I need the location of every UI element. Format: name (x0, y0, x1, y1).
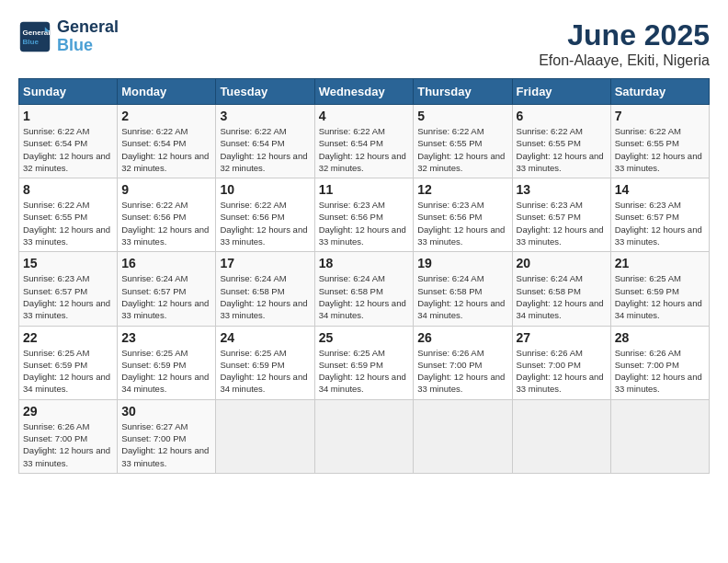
calendar-cell: 21Sunrise: 6:25 AM Sunset: 6:59 PM Dayli… (610, 252, 709, 326)
day-number: 22 (23, 330, 113, 345)
calendar-header-row: SundayMondayTuesdayWednesdayThursdayFrid… (19, 79, 710, 105)
day-info: Sunrise: 6:24 AM Sunset: 6:58 PM Dayligh… (417, 272, 507, 321)
day-number: 17 (220, 256, 310, 270)
calendar-cell: 25Sunrise: 6:25 AM Sunset: 6:59 PM Dayli… (314, 326, 414, 399)
day-number: 19 (417, 256, 507, 270)
calendar-week-row: 1Sunrise: 6:22 AM Sunset: 6:54 PM Daylig… (19, 105, 710, 178)
day-number: 25 (319, 330, 410, 345)
day-number: 3 (220, 109, 310, 123)
day-info: Sunrise: 6:26 AM Sunset: 7:00 PM Dayligh… (517, 347, 607, 396)
logo: General Blue GeneralBlue (18, 18, 119, 55)
day-info: Sunrise: 6:25 AM Sunset: 6:59 PM Dayligh… (121, 347, 211, 396)
day-info: Sunrise: 6:24 AM Sunset: 6:58 PM Dayligh… (220, 272, 310, 321)
calendar-cell: 13Sunrise: 6:23 AM Sunset: 6:57 PM Dayli… (512, 178, 610, 252)
day-number: 18 (319, 256, 410, 270)
day-info: Sunrise: 6:24 AM Sunset: 6:58 PM Dayligh… (517, 272, 607, 321)
calendar-cell (610, 399, 709, 473)
calendar-cell: 19Sunrise: 6:24 AM Sunset: 6:58 PM Dayli… (414, 252, 512, 326)
day-number: 27 (517, 330, 607, 345)
day-number: 7 (615, 109, 705, 123)
calendar-cell: 8Sunrise: 6:22 AM Sunset: 6:55 PM Daylig… (19, 178, 118, 252)
calendar-title: June 2025 (539, 18, 710, 52)
calendar-cell: 23Sunrise: 6:25 AM Sunset: 6:59 PM Dayli… (118, 326, 216, 399)
calendar-cell: 30Sunrise: 6:27 AM Sunset: 7:00 PM Dayli… (118, 399, 216, 473)
calendar-cell: 16Sunrise: 6:24 AM Sunset: 6:57 PM Dayli… (118, 252, 216, 326)
day-info: Sunrise: 6:22 AM Sunset: 6:55 PM Dayligh… (417, 125, 507, 174)
day-info: Sunrise: 6:26 AM Sunset: 7:00 PM Dayligh… (615, 347, 705, 396)
calendar-cell: 26Sunrise: 6:26 AM Sunset: 7:00 PM Dayli… (414, 326, 512, 399)
day-number: 10 (220, 182, 310, 197)
calendar-cell: 20Sunrise: 6:24 AM Sunset: 6:58 PM Dayli… (512, 252, 610, 326)
day-info: Sunrise: 6:24 AM Sunset: 6:58 PM Dayligh… (319, 272, 410, 321)
day-info: Sunrise: 6:25 AM Sunset: 6:59 PM Dayligh… (615, 272, 705, 321)
day-number: 23 (121, 330, 211, 345)
day-info: Sunrise: 6:23 AM Sunset: 6:57 PM Dayligh… (23, 272, 113, 321)
day-info: Sunrise: 6:22 AM Sunset: 6:55 PM Dayligh… (23, 199, 113, 247)
day-info: Sunrise: 6:23 AM Sunset: 6:57 PM Dayligh… (517, 199, 607, 247)
day-info: Sunrise: 6:24 AM Sunset: 6:57 PM Dayligh… (121, 272, 211, 321)
header-friday: Friday (512, 79, 610, 105)
day-number: 14 (615, 182, 705, 197)
day-info: Sunrise: 6:26 AM Sunset: 7:00 PM Dayligh… (23, 420, 113, 469)
day-info: Sunrise: 6:23 AM Sunset: 6:57 PM Dayligh… (615, 199, 705, 247)
logo-text: GeneralBlue (57, 18, 119, 55)
day-number: 15 (23, 256, 113, 270)
day-info: Sunrise: 6:22 AM Sunset: 6:54 PM Dayligh… (23, 125, 113, 174)
calendar-week-row: 15Sunrise: 6:23 AM Sunset: 6:57 PM Dayli… (19, 252, 710, 326)
calendar-cell: 22Sunrise: 6:25 AM Sunset: 6:59 PM Dayli… (19, 326, 118, 399)
day-info: Sunrise: 6:22 AM Sunset: 6:55 PM Dayligh… (517, 125, 607, 174)
calendar-week-row: 22Sunrise: 6:25 AM Sunset: 6:59 PM Dayli… (19, 326, 710, 399)
day-info: Sunrise: 6:22 AM Sunset: 6:56 PM Dayligh… (121, 199, 211, 247)
day-info: Sunrise: 6:25 AM Sunset: 6:59 PM Dayligh… (319, 347, 410, 396)
header-sunday: Sunday (19, 79, 118, 105)
day-info: Sunrise: 6:25 AM Sunset: 6:59 PM Dayligh… (23, 347, 113, 396)
calendar-cell: 2Sunrise: 6:22 AM Sunset: 6:54 PM Daylig… (118, 105, 216, 178)
calendar-cell (314, 399, 414, 473)
header-wednesday: Wednesday (314, 79, 414, 105)
calendar-week-row: 8Sunrise: 6:22 AM Sunset: 6:55 PM Daylig… (19, 178, 710, 252)
day-number: 26 (417, 330, 507, 345)
logo-icon: General Blue (18, 20, 51, 53)
day-info: Sunrise: 6:22 AM Sunset: 6:56 PM Dayligh… (220, 199, 310, 247)
header-tuesday: Tuesday (216, 79, 314, 105)
calendar-cell: 9Sunrise: 6:22 AM Sunset: 6:56 PM Daylig… (118, 178, 216, 252)
calendar-cell: 6Sunrise: 6:22 AM Sunset: 6:55 PM Daylig… (512, 105, 610, 178)
calendar-cell: 4Sunrise: 6:22 AM Sunset: 6:54 PM Daylig… (314, 105, 414, 178)
day-info: Sunrise: 6:23 AM Sunset: 6:56 PM Dayligh… (319, 199, 410, 247)
calendar-cell: 18Sunrise: 6:24 AM Sunset: 6:58 PM Dayli… (314, 252, 414, 326)
calendar-subtitle: Efon-Alaaye, Ekiti, Nigeria (539, 52, 710, 69)
day-info: Sunrise: 6:23 AM Sunset: 6:56 PM Dayligh… (417, 199, 507, 247)
day-number: 16 (121, 256, 211, 270)
calendar-cell: 5Sunrise: 6:22 AM Sunset: 6:55 PM Daylig… (414, 105, 512, 178)
calendar-cell: 11Sunrise: 6:23 AM Sunset: 6:56 PM Dayli… (314, 178, 414, 252)
day-number: 9 (121, 182, 211, 197)
calendar-cell: 3Sunrise: 6:22 AM Sunset: 6:54 PM Daylig… (216, 105, 314, 178)
calendar-cell: 10Sunrise: 6:22 AM Sunset: 6:56 PM Dayli… (216, 178, 314, 252)
calendar-cell: 28Sunrise: 6:26 AM Sunset: 7:00 PM Dayli… (610, 326, 709, 399)
calendar-cell: 24Sunrise: 6:25 AM Sunset: 6:59 PM Dayli… (216, 326, 314, 399)
day-number: 24 (220, 330, 310, 345)
calendar-cell: 14Sunrise: 6:23 AM Sunset: 6:57 PM Dayli… (610, 178, 709, 252)
calendar-cell (512, 399, 610, 473)
day-number: 28 (615, 330, 705, 345)
day-info: Sunrise: 6:22 AM Sunset: 6:54 PM Dayligh… (220, 125, 310, 174)
day-info: Sunrise: 6:22 AM Sunset: 6:54 PM Dayligh… (121, 125, 211, 174)
calendar-table: SundayMondayTuesdayWednesdayThursdayFrid… (18, 78, 710, 474)
calendar-cell (216, 399, 314, 473)
day-number: 20 (517, 256, 607, 270)
header-thursday: Thursday (414, 79, 512, 105)
day-number: 13 (517, 182, 607, 197)
title-area: June 2025 Efon-Alaaye, Ekiti, Nigeria (539, 18, 710, 69)
day-number: 30 (121, 404, 211, 419)
day-number: 6 (517, 109, 607, 123)
day-number: 4 (319, 109, 410, 123)
calendar-cell: 1Sunrise: 6:22 AM Sunset: 6:54 PM Daylig… (19, 105, 118, 178)
calendar-cell: 7Sunrise: 6:22 AM Sunset: 6:55 PM Daylig… (610, 105, 709, 178)
day-number: 8 (23, 182, 113, 197)
calendar-cell (414, 399, 512, 473)
day-number: 1 (23, 109, 113, 123)
calendar-cell: 17Sunrise: 6:24 AM Sunset: 6:58 PM Dayli… (216, 252, 314, 326)
day-info: Sunrise: 6:27 AM Sunset: 7:00 PM Dayligh… (121, 420, 211, 469)
day-info: Sunrise: 6:22 AM Sunset: 6:55 PM Dayligh… (615, 125, 705, 174)
svg-text:Blue: Blue (23, 38, 40, 46)
